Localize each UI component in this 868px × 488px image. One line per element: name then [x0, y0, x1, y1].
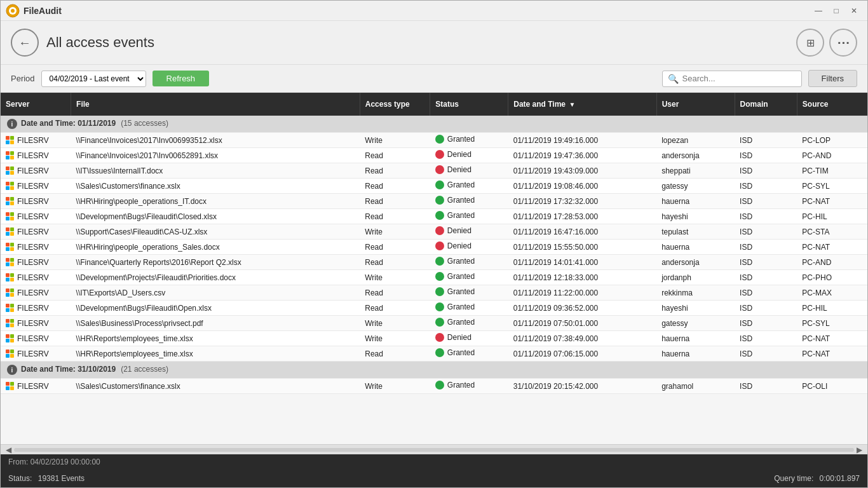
domain-cell: ISD — [735, 255, 797, 270]
back-button[interactable]: ← — [11, 29, 39, 57]
server-name: FILESRV — [17, 136, 49, 145]
more-options-button[interactable]: ⋯ — [829, 29, 857, 57]
status-left: Status: 19381 Events — [8, 474, 85, 483]
table-row[interactable]: FILESRV\\IT\Exports\AD_Users.csvReadGran… — [1, 285, 867, 301]
table-row[interactable]: FILESRV\\HR\Reports\employees_time.xlsxR… — [1, 346, 867, 362]
source-cell: PC-LOP — [797, 133, 867, 148]
table-row[interactable]: FILESRV\\IT\Issues\InternalIT.docxReadDe… — [1, 163, 867, 179]
user-cell: hayeshi — [656, 209, 735, 224]
status-text: Denied — [447, 333, 471, 342]
windows-icon — [6, 273, 14, 281]
col-header-file[interactable]: File — [71, 93, 360, 116]
table-row[interactable]: FILESRV\\Finance\Invoices\2017\Inv006993… — [1, 133, 867, 148]
svg-point-2 — [11, 9, 15, 13]
granted-icon — [435, 318, 444, 327]
main-window: FileAudit — □ ✕ ← All access events ⊞ ⋯ … — [0, 0, 868, 488]
table-container[interactable]: Server File Access type Status Date and — [1, 93, 867, 444]
windows-icon — [6, 197, 14, 205]
table-row[interactable]: FILESRV\\Finance\Invoices\2017\Inv006528… — [1, 148, 867, 163]
source-cell: PC-NAT — [797, 194, 867, 209]
server-name: FILESRV — [17, 212, 49, 221]
table-row[interactable]: FILESRV\\HR\Hiring\people_operations_Sal… — [1, 240, 867, 255]
period-label: Period — [11, 74, 35, 83]
file-path-cell: \\Development\Bugs\Fileaudit\Open.xlsx — [71, 301, 360, 316]
sort-arrow-icon: ▼ — [569, 101, 575, 108]
source-cell: PC-STA — [797, 224, 867, 240]
back-arrow-icon: ← — [18, 36, 31, 50]
granted-icon — [435, 257, 444, 266]
period-select[interactable]: 04/02/2019 - Last event — [41, 71, 146, 87]
close-button[interactable]: ✕ — [846, 4, 862, 18]
table-row[interactable]: FILESRV\\Sales\Customers\finance.xslxRea… — [1, 179, 867, 194]
datetime-cell: 01/11/2019 19:43:09.000 — [508, 163, 656, 179]
windows-icon — [6, 212, 14, 220]
user-cell: hauerna — [656, 240, 735, 255]
col-header-status[interactable]: Status — [430, 93, 508, 116]
user-cell: hauerna — [656, 331, 735, 346]
col-header-datetime[interactable]: Date and Time ▼ — [508, 93, 656, 116]
events-count: 19381 Events — [38, 474, 85, 483]
scroll-left-arrow[interactable]: ◀ — [3, 445, 14, 454]
col-header-access[interactable]: Access type — [360, 93, 430, 116]
domain-cell: ISD — [735, 163, 797, 179]
col-header-server[interactable]: Server — [1, 93, 71, 116]
group-count: (15 accesses) — [121, 119, 168, 128]
granted-icon — [435, 348, 444, 357]
horizontal-scrollbar[interactable]: ◀ ▶ — [1, 444, 867, 454]
access-type-cell: Write — [360, 331, 430, 346]
status-cell: Granted — [430, 209, 508, 224]
scroll-right-arrow[interactable]: ▶ — [854, 445, 865, 454]
server-cell: FILESRV — [1, 179, 71, 194]
datetime-cell: 01/11/2019 19:49:16.000 — [508, 133, 656, 148]
table-row[interactable]: FILESRV\\Finance\Quarterly Reports\2016\… — [1, 255, 867, 270]
filters-button[interactable]: Filters — [808, 70, 857, 87]
status-cell: Granted — [430, 379, 508, 394]
status-label: Status: — [8, 474, 32, 483]
table-row[interactable]: FILESRV\\Development\Bugs\Fileaudit\Open… — [1, 301, 867, 316]
user-cell: rekkinma — [656, 285, 735, 301]
access-type-cell: Read — [360, 255, 430, 270]
user-cell: tepulast — [656, 224, 735, 240]
table-row[interactable]: FILESRV\\Support\Cases\Fileaudit\CAS-UZ.… — [1, 224, 867, 240]
status-cell: Denied — [430, 163, 508, 179]
table-row[interactable]: FILESRV\\Development\Projects\Fileaudit\… — [1, 270, 867, 285]
maximize-button[interactable]: □ — [828, 4, 844, 18]
table-row[interactable]: FILESRV\\HR\Hiring\people_operations_IT.… — [1, 194, 867, 209]
granted-icon — [435, 196, 444, 205]
server-cell: FILESRV — [1, 270, 71, 285]
grid-view-button[interactable]: ⊞ — [796, 29, 824, 57]
refresh-button[interactable]: Refresh — [153, 71, 210, 86]
windows-icon — [6, 304, 14, 312]
user-cell: jordanph — [656, 270, 735, 285]
search-input[interactable] — [682, 74, 796, 83]
domain-cell: ISD — [735, 270, 797, 285]
col-header-user[interactable]: User — [656, 93, 735, 116]
table-row[interactable]: FILESRV\\Sales\Customers\finance.xslxWri… — [1, 379, 867, 394]
page-title: All access events — [46, 34, 789, 51]
file-path-cell: \\IT\Issues\InternalIT.docx — [71, 163, 360, 179]
file-path-cell: \\Finance\Invoices\2017\Inv006993512.xls… — [71, 133, 360, 148]
minimize-button[interactable]: — — [810, 4, 827, 18]
server-cell: FILESRV — [1, 133, 71, 148]
status-cell: Denied — [430, 331, 508, 346]
source-cell: PC-MAX — [797, 285, 867, 301]
server-cell: FILESRV — [1, 379, 71, 394]
group-info-icon: i — [7, 365, 17, 375]
file-path-cell: \\Development\Projects\Fileaudit\Priorit… — [71, 270, 360, 285]
table-row[interactable]: FILESRV\\HR\Reports\employees_time.xlsxW… — [1, 331, 867, 346]
server-cell: FILESRV — [1, 209, 71, 224]
access-type-cell: Read — [360, 301, 430, 316]
col-header-domain[interactable]: Domain — [735, 93, 797, 116]
table-row[interactable]: FILESRV\\Sales\Business\Process\privsect… — [1, 316, 867, 331]
group-info-icon: i — [7, 119, 17, 129]
windows-icon — [6, 258, 14, 266]
table-row[interactable]: FILESRV\\Development\Bugs\Fileaudit\Clos… — [1, 209, 867, 224]
server-cell: FILESRV — [1, 255, 71, 270]
status-cell: Granted — [430, 133, 508, 148]
group-header-row: iDate and Time: 01/11/2019(15 accesses) — [1, 116, 867, 133]
col-header-source[interactable]: Source — [797, 93, 867, 116]
source-cell: PC-NAT — [797, 346, 867, 362]
scroll-track[interactable] — [14, 448, 854, 452]
granted-icon — [435, 381, 444, 390]
server-name: FILESRV — [17, 349, 49, 358]
